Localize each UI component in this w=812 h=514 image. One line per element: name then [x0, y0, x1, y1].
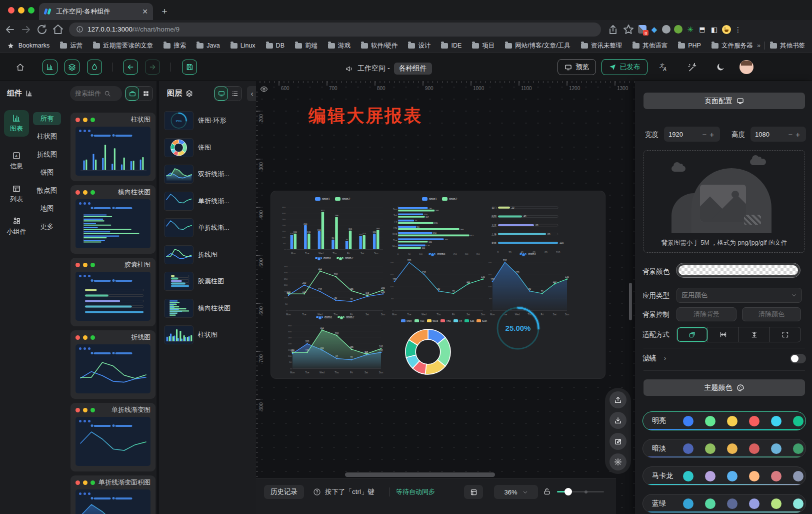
collapse-panel-button[interactable]: ‹ — [247, 86, 257, 101]
height-stepper[interactable]: 1080 −+ — [750, 127, 806, 142]
chart-panel-toggle-button[interactable] — [42, 60, 58, 75]
fit-stretch-button[interactable] — [770, 327, 800, 342]
category-散点图[interactable]: 散点图 — [33, 184, 61, 197]
theme-color-dot[interactable] — [683, 498, 694, 509]
app-home-icon[interactable] — [16, 63, 24, 72]
bookmark-item[interactable]: PHP — [678, 42, 701, 50]
vertical-scrollbar[interactable] — [629, 283, 632, 320]
theme-color-dot[interactable] — [727, 471, 738, 481]
single-view-toggle[interactable] — [126, 87, 139, 101]
site-info-icon[interactable] — [76, 26, 84, 33]
list-view-toggle[interactable] — [228, 87, 242, 101]
widget-ring[interactable]: 25.00% — [494, 304, 542, 352]
fit-width-button[interactable] — [708, 327, 738, 342]
workspace-name-pill[interactable]: 各种组件 — [394, 63, 432, 75]
profile-avatar[interactable] — [722, 25, 731, 34]
zoom-slider[interactable] — [557, 491, 604, 492]
layer-item-双折线渐...[interactable]: 双折线渐... — [164, 163, 253, 185]
magic-wand-icon[interactable] — [687, 62, 697, 72]
zoom-slider-knob[interactable] — [564, 488, 572, 495]
bookmark-item[interactable]: 资讯未整理 — [581, 42, 622, 50]
back-icon[interactable] — [4, 24, 16, 36]
extension-kite-icon[interactable]: ◆ — [650, 25, 658, 34]
window-minimize-button[interactable] — [18, 7, 24, 14]
theme-row-蓝绿[interactable]: 蓝绿 — [642, 494, 806, 513]
extension-circle-icon[interactable] — [674, 25, 682, 34]
theme-color-dot[interactable] — [771, 498, 782, 509]
theme-color-dot[interactable] — [727, 443, 738, 454]
grid-view-toggle[interactable] — [139, 87, 152, 101]
extension-star-icon[interactable]: ✳ — [686, 25, 694, 34]
browser-tab[interactable]: 工作空间-各种组件 ✕ — [39, 3, 153, 20]
component-card-横向柱状图[interactable]: 横向柱状图 — [70, 185, 156, 254]
width-stepper[interactable]: 1920 −+ — [664, 127, 720, 142]
detail-panel-toggle-button[interactable] — [87, 60, 102, 75]
widget-bar[interactable]: data1data2050100150200250300350MonTueWed… — [279, 197, 386, 255]
theme-color-dot[interactable] — [793, 443, 804, 454]
bookmark-item[interactable]: 运营 — [60, 42, 82, 50]
theme-color-dot[interactable] — [705, 416, 716, 426]
layer-item-柱状图[interactable]: 柱状图 — [164, 324, 253, 346]
dark-mode-moon-icon[interactable] — [716, 62, 726, 72]
theme-color-dot[interactable] — [705, 498, 716, 509]
width-minus-button[interactable]: − — [700, 130, 708, 139]
other-bookmarks[interactable]: 其他书签 — [770, 42, 805, 50]
widget-hbar[interactable]: data1data2SunSatFriThuWedTueMon050100150… — [390, 197, 489, 255]
extension-grid-icon[interactable]: g — [638, 25, 646, 34]
layer-item-单折线渐...[interactable]: 单折线渐... — [164, 190, 253, 212]
undo-button[interactable] — [123, 60, 138, 75]
sidebar-nav-列表[interactable]: 列表 — [4, 181, 29, 207]
bookmark-item[interactable]: 游戏 — [328, 42, 350, 50]
share-icon[interactable] — [607, 24, 619, 36]
theme-color-dot[interactable] — [749, 443, 760, 454]
category-柱状图[interactable]: 柱状图 — [33, 130, 61, 143]
category-所有[interactable]: 所有 — [33, 112, 61, 125]
category-折线图[interactable]: 折线图 — [33, 148, 61, 161]
theme-row-马卡龙[interactable]: 马卡龙 — [642, 466, 806, 485]
browser-home-icon[interactable] — [52, 24, 64, 36]
dashboard-preview[interactable]: data1data2050100150200250300350MonTueWed… — [271, 191, 605, 378]
forward-icon[interactable] — [20, 24, 32, 36]
category-更多[interactable]: 更多 — [33, 220, 61, 233]
bookmarks-overflow[interactable]: » — [757, 42, 760, 49]
help-icon[interactable] — [313, 488, 321, 496]
clear-color-button[interactable]: 清除颜色 — [742, 307, 801, 321]
theme-color-dot[interactable] — [683, 471, 694, 481]
component-card-折线图[interactable]: 折线图 — [70, 330, 156, 399]
layer-item-胶囊柱图[interactable]: 胶囊柱图 — [164, 270, 253, 292]
lock-open-icon[interactable] — [543, 487, 551, 495]
edit-button[interactable] — [610, 433, 626, 450]
theme-color-dot[interactable] — [749, 471, 760, 481]
theme-color-dot[interactable] — [771, 443, 782, 454]
layer-item-单折线渐...[interactable]: 单折线渐... — [164, 217, 253, 239]
widget-line2[interactable]: data1data2050100150200250300350MonTueWed… — [281, 256, 387, 316]
bg-color-picker[interactable] — [676, 263, 800, 277]
height-value[interactable]: 1080 — [755, 131, 786, 138]
horizontal-scrollbar[interactable] — [345, 472, 495, 477]
bookmark-item[interactable]: 网站/博客/文章/工具 — [505, 42, 570, 50]
bookmark-item[interactable]: 前端 — [295, 42, 318, 50]
component-card-单折线渐变面积图[interactable]: 单折线渐变面积图 — [70, 475, 156, 514]
layers-panel-toggle-button[interactable] — [64, 60, 80, 75]
canvas-title-text[interactable]: 编辑大屏报表 — [308, 104, 422, 128]
bookmark-item[interactable]: 文件服务器 — [712, 42, 753, 50]
upload-button[interactable] — [610, 391, 626, 408]
bookmark-item[interactable]: 项目 — [472, 42, 494, 50]
save-button[interactable] — [182, 60, 197, 75]
settings-button[interactable] — [610, 453, 626, 470]
translate-icon[interactable]: 文A — [658, 62, 668, 72]
filter-toggle[interactable] — [790, 354, 806, 363]
height-plus-button[interactable]: + — [794, 130, 802, 139]
theme-color-dot[interactable] — [771, 416, 782, 426]
theme-color-dot[interactable] — [683, 416, 694, 426]
theme-row-暗淡[interactable]: 暗淡 — [642, 439, 806, 458]
redo-button[interactable] — [145, 60, 160, 75]
thumbnail-view-toggle[interactable] — [214, 87, 228, 101]
component-card-柱状图[interactable]: 柱状图 — [70, 113, 156, 181]
zoom-select[interactable]: 36% — [494, 485, 538, 499]
fit-scale-button[interactable] — [677, 327, 708, 342]
theme-color-dot[interactable] — [793, 471, 804, 481]
bookmark-item[interactable]: IDE — [441, 42, 462, 50]
layer-item-横向柱状图[interactable]: 横向柱状图 — [164, 297, 253, 319]
layer-item-饼图-环形[interactable]: 25%饼图-环形 — [164, 110, 253, 132]
